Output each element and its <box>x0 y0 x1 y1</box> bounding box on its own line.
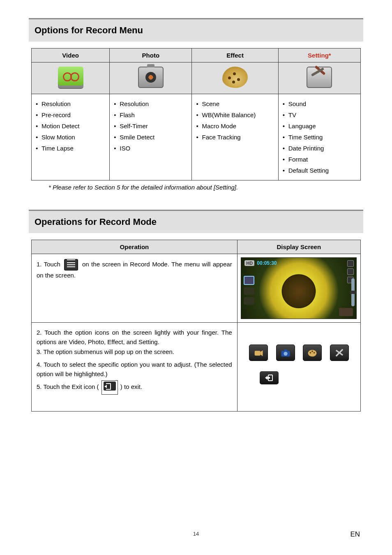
step2-text: 2. Touch the option icons on the screen … <box>37 328 232 347</box>
setting-item: •Sound <box>283 98 359 109</box>
effect-mode-icon-cell <box>192 62 278 94</box>
effect-item: •Macro Mode <box>196 120 276 132</box>
step5-prefix: 5. Touch the Exit icon ( <box>37 383 99 390</box>
svg-marker-1 <box>261 350 263 356</box>
svg-point-8 <box>314 352 315 354</box>
photo-mode-icon <box>138 67 164 88</box>
svg-point-7 <box>311 351 313 352</box>
video-item: •Pre-record <box>36 109 108 120</box>
video-item: •Motion Detect <box>36 120 108 132</box>
svg-point-6 <box>310 352 311 354</box>
language-label: EN <box>350 530 360 539</box>
setting-item: •TV <box>283 109 359 120</box>
step3-text: 3. The option submenus will pop up on th… <box>37 347 232 356</box>
col-setting-header: Setting* <box>278 49 360 62</box>
step4-text: 4. Touch to select the specific option y… <box>37 360 232 379</box>
photo-item: •Resolution <box>114 98 190 109</box>
menu-overlay-icon[interactable] <box>244 297 254 305</box>
photo-item: •Smile Detect <box>114 132 190 143</box>
svg-point-3 <box>284 352 287 356</box>
col-photo-header: Photo <box>110 49 192 62</box>
setting-item: •Date Printing <box>283 143 359 154</box>
hd-badge: HD <box>244 260 254 266</box>
col-video-header: Video <box>32 49 110 62</box>
video-item: •Resolution <box>36 98 108 109</box>
options-record-menu-header: Options for Record Menu <box>29 18 363 42</box>
options-footnote: * Please refer to Section 5 for the deta… <box>48 184 363 191</box>
menu-icon[interactable] <box>64 259 78 271</box>
operation-step-1-cell: 1. Touch on the screen in Record Mode. T… <box>32 254 238 323</box>
page-number: 14 <box>0 531 392 537</box>
photo-item: •ISO <box>114 143 190 154</box>
step5-suffix: ) to exit. <box>120 383 142 390</box>
svg-rect-0 <box>255 351 261 356</box>
setting-item: •Time Setting <box>283 132 359 143</box>
operation-steps-2-5-cell: 2. Touch the option icons on the screen … <box>32 323 238 412</box>
record-button-icon[interactable] <box>339 308 353 316</box>
exit-button-icon[interactable] <box>260 371 279 384</box>
setting-option-icon[interactable] <box>330 345 349 361</box>
mode-icon-row <box>241 338 357 367</box>
zoom-slider[interactable] <box>351 278 355 306</box>
photo-list-cell: •Resolution •Flash •Self-Timer •Smile De… <box>110 94 192 180</box>
mode-select-icon[interactable] <box>244 276 254 285</box>
record-time-label: 00:05:30 <box>257 260 277 266</box>
screenshot-left-icons <box>244 276 254 305</box>
exit-button-row <box>241 371 357 384</box>
video-mode-icon-cell <box>32 62 110 94</box>
indicator-icon <box>347 260 354 267</box>
operation-col-header: Operation <box>32 240 238 254</box>
setting-list-cell: •Sound •TV •Language •Time Setting •Date… <box>278 94 360 180</box>
effect-item: •Scene <box>196 98 276 109</box>
operations-table: Operation Display Screen 1. Touch on the… <box>31 240 361 412</box>
photo-option-icon[interactable] <box>276 345 295 361</box>
photo-mode-icon-cell <box>110 62 192 94</box>
step5-line: 5. Touch the Exit icon ( ) to exit. <box>37 380 232 394</box>
exit-icon-box <box>101 380 118 394</box>
setting-item: •Default Setting <box>283 165 359 176</box>
photo-item: •Flash <box>114 109 190 120</box>
display-screenshot-cell: HD 00:05:30 <box>237 254 360 323</box>
svg-marker-12 <box>265 376 270 380</box>
video-mode-icon <box>58 67 83 88</box>
display-col-header: Display Screen <box>237 240 360 254</box>
effect-mode-icon <box>222 67 248 88</box>
setting-item: •Language <box>283 120 359 132</box>
operations-record-mode-title: Operations for Record Mode <box>35 217 357 227</box>
effect-item: •Face Tracking <box>196 132 276 143</box>
effect-item: •WB(White Balance) <box>196 109 276 120</box>
record-mode-screenshot: HD 00:05:30 <box>241 257 357 319</box>
setting-mode-icon-cell <box>278 62 360 94</box>
video-item: •Slow Motion <box>36 132 108 143</box>
col-effect-header: Effect <box>192 49 278 62</box>
setting-mode-icon <box>307 67 332 88</box>
effect-option-icon[interactable] <box>303 345 322 361</box>
video-option-icon[interactable] <box>249 345 268 361</box>
operations-record-mode-header: Operations for Record Mode <box>29 210 363 233</box>
effect-list-cell: •Scene •WB(White Balance) •Macro Mode •F… <box>192 94 278 180</box>
step1-prefix: 1. Touch <box>37 261 60 268</box>
exit-icon[interactable] <box>104 382 116 391</box>
options-record-menu-title: Options for Record Menu <box>35 25 357 36</box>
setting-item: •Format <box>283 154 359 165</box>
step1-mid: on the screen in Record Mode. The menu <box>82 261 200 268</box>
svg-rect-4 <box>284 349 287 352</box>
video-list-cell: •Resolution •Pre-record •Motion Detect •… <box>32 94 110 180</box>
menu-overlay-icon[interactable] <box>244 287 254 295</box>
photo-item: •Self-Timer <box>114 120 190 132</box>
video-item: •Time Lapse <box>36 143 108 154</box>
options-table: Video Photo Effect Setting* •Resolution … <box>31 48 361 180</box>
indicator-icon <box>347 268 354 275</box>
display-icons-cell <box>237 323 360 412</box>
